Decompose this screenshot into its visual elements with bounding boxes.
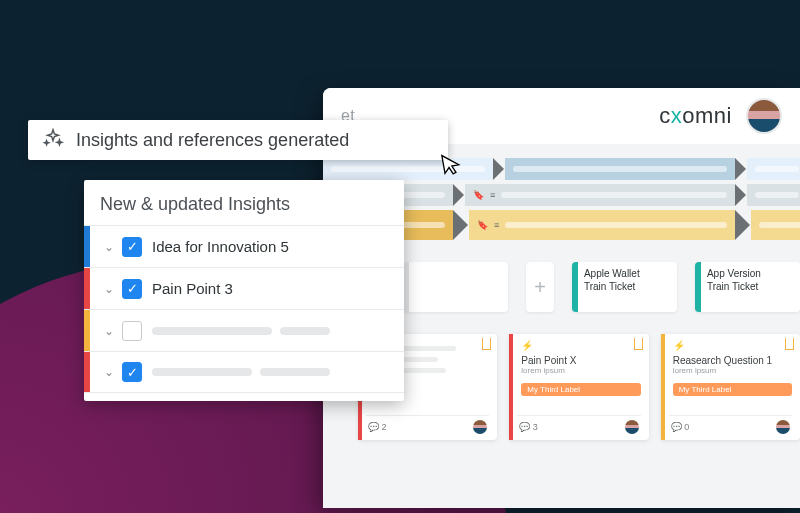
list-icon[interactable]: ≡ xyxy=(490,190,495,200)
avatar[interactable] xyxy=(746,98,782,134)
skeleton-line xyxy=(260,368,330,376)
card-avatar xyxy=(625,420,639,434)
checkbox[interactable]: ✓ xyxy=(122,362,142,382)
add-touchpoint-button[interactable]: + xyxy=(526,262,554,312)
phase-segment[interactable] xyxy=(747,184,800,206)
bookmark-icon[interactable] xyxy=(785,338,794,350)
touchpoint-subtitle: Train Ticket xyxy=(707,280,794,293)
phase-segment[interactable] xyxy=(747,158,800,180)
checkbox[interactable] xyxy=(122,321,142,341)
card-stripe xyxy=(661,334,665,440)
insight-list-item[interactable]: ✓ xyxy=(84,351,404,393)
comment-count: 💬 2 xyxy=(368,422,387,432)
bookmark-icon[interactable]: 🔖 xyxy=(473,190,484,200)
insight-card-title: Pain Point X xyxy=(521,355,640,366)
touchpoint-title: App Version xyxy=(707,267,794,280)
bookmark-icon[interactable]: 🔖 xyxy=(477,220,488,230)
insight-label: Idea for Innovation 5 xyxy=(152,238,289,255)
insight-card-subtitle: lorem ipsum xyxy=(521,366,640,375)
card-stripe xyxy=(509,334,513,440)
list-icon[interactable]: ≡ xyxy=(494,220,499,230)
brand-logo: cxomni xyxy=(659,103,732,129)
checkbox[interactable]: ✓ xyxy=(122,237,142,257)
popup-title: New & updated Insights xyxy=(84,180,404,225)
touchpoint-title: Apple Wallet xyxy=(584,267,671,280)
insight-card[interactable]: ⚡ Reasearch Question 1 lorem ipsum My Th… xyxy=(661,334,800,440)
chevron-down-icon[interactable] xyxy=(104,240,114,254)
insight-card-subtitle: lorem ipsum xyxy=(673,366,792,375)
card-avatar xyxy=(473,420,487,434)
chevron-down-icon[interactable] xyxy=(104,365,114,379)
skeleton-line xyxy=(280,327,330,335)
card-avatar xyxy=(776,420,790,434)
touchpoint-card-empty[interactable] xyxy=(403,262,508,312)
label-pill[interactable]: My Third Label xyxy=(673,383,792,396)
toast-notification[interactable]: Insights and references generated xyxy=(28,120,448,160)
bolt-icon: ⚡ xyxy=(521,340,640,351)
touchpoint-card[interactable]: Apple Wallet Train Ticket xyxy=(572,262,677,312)
touchpoint-card[interactable]: App Version Train Ticket xyxy=(695,262,800,312)
insight-list-item[interactable]: ✓ Pain Point 3 xyxy=(84,267,404,309)
color-tag xyxy=(84,226,90,267)
insight-label: Pain Point 3 xyxy=(152,280,233,297)
color-tag xyxy=(84,268,90,309)
bookmark-icon[interactable] xyxy=(482,338,491,350)
touchpoint-subtitle: Train Ticket xyxy=(584,280,671,293)
insight-list-item[interactable]: ✓ Idea for Innovation 5 xyxy=(84,225,404,267)
phase-segment[interactable] xyxy=(505,158,735,180)
skeleton-line xyxy=(152,327,272,335)
insight-card[interactable]: ⚡ Pain Point X lorem ipsum My Third Labe… xyxy=(509,334,648,440)
toast-message: Insights and references generated xyxy=(76,130,349,151)
insight-list-item[interactable] xyxy=(84,309,404,351)
insights-popup: New & updated Insights ✓ Idea for Innova… xyxy=(84,180,404,401)
comment-count: 💬 0 xyxy=(671,422,690,432)
phase-segment[interactable] xyxy=(751,210,800,240)
phase-segment[interactable] xyxy=(323,158,493,180)
color-tag xyxy=(84,352,90,392)
phase-segment[interactable]: 🔖 ≡ xyxy=(465,184,735,206)
insight-card-title: Reasearch Question 1 xyxy=(673,355,792,366)
checkbox[interactable]: ✓ xyxy=(122,279,142,299)
chevron-down-icon[interactable] xyxy=(104,282,114,296)
sparkle-icon xyxy=(42,127,64,153)
label-pill[interactable]: My Third Label xyxy=(521,383,640,396)
phase-segment[interactable]: 🔖 ≡ xyxy=(469,210,735,240)
chevron-down-icon[interactable] xyxy=(104,324,114,338)
comment-count: 💬 3 xyxy=(519,422,538,432)
skeleton-line xyxy=(152,368,252,376)
bolt-icon: ⚡ xyxy=(673,340,792,351)
bookmark-icon[interactable] xyxy=(634,338,643,350)
color-tag xyxy=(84,310,90,351)
